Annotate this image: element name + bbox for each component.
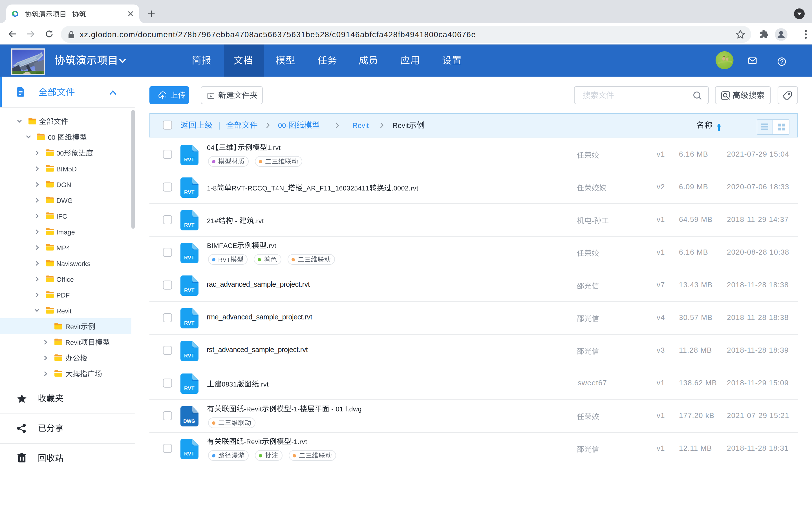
svg-text:RVT: RVT: [184, 353, 195, 358]
svg-text:DWG: DWG: [183, 418, 195, 424]
svg-text:RVT: RVT: [184, 157, 195, 163]
svg-text:RVT: RVT: [184, 189, 195, 195]
svg-text:RVT: RVT: [184, 222, 195, 228]
svg-text:RVT: RVT: [184, 385, 195, 391]
svg-text:RVT: RVT: [184, 320, 195, 326]
svg-text:RVT: RVT: [184, 255, 195, 261]
svg-text:RVT: RVT: [184, 451, 195, 457]
svg-text:RVT: RVT: [184, 287, 195, 293]
